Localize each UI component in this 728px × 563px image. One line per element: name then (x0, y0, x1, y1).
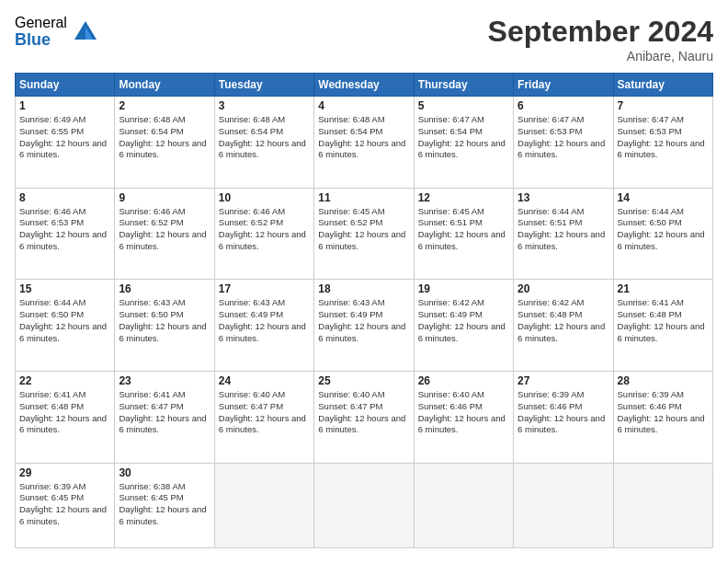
day-info: Sunrise: 6:43 AM Sunset: 6:49 PM Dayligh… (219, 297, 310, 344)
day-number: 4 (318, 99, 409, 112)
calendar-row: 8 Sunrise: 6:46 AM Sunset: 6:53 PM Dayli… (16, 188, 713, 280)
day-number: 16 (119, 282, 210, 295)
day-info: Sunrise: 6:48 AM Sunset: 6:54 PM Dayligh… (219, 114, 310, 161)
logo-blue: Blue (15, 31, 67, 50)
day-info: Sunrise: 6:47 AM Sunset: 6:53 PM Dayligh… (518, 114, 609, 161)
day-info: Sunrise: 6:43 AM Sunset: 6:49 PM Dayligh… (318, 297, 409, 344)
table-row: 21 Sunrise: 6:41 AM Sunset: 6:48 PM Dayl… (613, 280, 712, 372)
day-info: Sunrise: 6:38 AM Sunset: 6:45 PM Dayligh… (119, 481, 210, 528)
day-info: Sunrise: 6:40 AM Sunset: 6:47 PM Dayligh… (318, 389, 409, 436)
table-row: 7 Sunrise: 6:47 AM Sunset: 6:53 PM Dayli… (613, 97, 712, 189)
day-info: Sunrise: 6:39 AM Sunset: 6:46 PM Dayligh… (618, 389, 709, 436)
day-number: 15 (19, 282, 110, 295)
day-info: Sunrise: 6:47 AM Sunset: 6:53 PM Dayligh… (618, 114, 709, 161)
table-row: 16 Sunrise: 6:43 AM Sunset: 6:50 PM Dayl… (115, 280, 214, 372)
day-info: Sunrise: 6:42 AM Sunset: 6:48 PM Dayligh… (518, 297, 609, 344)
logo-text: GeneralBlue (15, 15, 67, 49)
day-info: Sunrise: 6:41 AM Sunset: 6:47 PM Dayligh… (119, 389, 210, 436)
table-row: 23 Sunrise: 6:41 AM Sunset: 6:47 PM Dayl… (115, 371, 214, 463)
day-number: 6 (518, 99, 609, 112)
day-number: 14 (618, 191, 709, 204)
day-info: Sunrise: 6:39 AM Sunset: 6:45 PM Dayligh… (19, 481, 110, 528)
page: GeneralBlue September 2024 Anibare, Naur… (0, 0, 728, 563)
day-info: Sunrise: 6:45 AM Sunset: 6:52 PM Dayligh… (318, 206, 409, 253)
logo-general: General (15, 15, 67, 31)
day-number: 11 (318, 191, 409, 204)
col-wednesday: Wednesday (314, 74, 414, 97)
table-row: 5 Sunrise: 6:47 AM Sunset: 6:54 PM Dayli… (414, 97, 513, 189)
table-row: 26 Sunrise: 6:40 AM Sunset: 6:46 PM Dayl… (414, 371, 513, 463)
logo: GeneralBlue (15, 15, 98, 49)
month-title: September 2024 (488, 15, 713, 49)
day-number: 26 (418, 374, 509, 387)
day-number: 12 (418, 191, 509, 204)
day-number: 23 (119, 374, 210, 387)
day-info: Sunrise: 6:43 AM Sunset: 6:50 PM Dayligh… (119, 297, 210, 344)
table-row: 9 Sunrise: 6:46 AM Sunset: 6:52 PM Dayli… (115, 188, 214, 280)
day-number: 10 (219, 191, 310, 204)
table-row: 24 Sunrise: 6:40 AM Sunset: 6:47 PM Dayl… (214, 371, 313, 463)
day-info: Sunrise: 6:49 AM Sunset: 6:55 PM Dayligh… (19, 114, 110, 161)
day-number: 25 (318, 374, 409, 387)
calendar-row: 29 Sunrise: 6:39 AM Sunset: 6:45 PM Dayl… (16, 463, 713, 548)
calendar-row: 1 Sunrise: 6:49 AM Sunset: 6:55 PM Dayli… (16, 97, 713, 189)
table-row: 20 Sunrise: 6:42 AM Sunset: 6:48 PM Dayl… (514, 280, 613, 372)
table-row: 27 Sunrise: 6:39 AM Sunset: 6:46 PM Dayl… (514, 371, 613, 463)
table-row (414, 463, 513, 548)
col-sunday: Sunday (16, 74, 115, 97)
day-info: Sunrise: 6:44 AM Sunset: 6:50 PM Dayligh… (19, 297, 110, 344)
day-info: Sunrise: 6:39 AM Sunset: 6:46 PM Dayligh… (518, 389, 609, 436)
col-friday: Friday (514, 74, 613, 97)
table-row (314, 463, 414, 548)
day-number: 1 (19, 99, 110, 112)
table-row: 25 Sunrise: 6:40 AM Sunset: 6:47 PM Dayl… (314, 371, 414, 463)
location: Anibare, Nauru (488, 49, 713, 63)
day-info: Sunrise: 6:44 AM Sunset: 6:51 PM Dayligh… (518, 206, 609, 253)
day-number: 13 (518, 191, 609, 204)
col-saturday: Saturday (613, 74, 712, 97)
calendar: Sunday Monday Tuesday Wednesday Thursday… (15, 73, 713, 548)
day-number: 27 (518, 374, 609, 387)
day-info: Sunrise: 6:40 AM Sunset: 6:47 PM Dayligh… (219, 389, 310, 436)
day-number: 8 (19, 191, 110, 204)
table-row: 30 Sunrise: 6:38 AM Sunset: 6:45 PM Dayl… (115, 463, 214, 548)
table-row (514, 463, 613, 548)
day-number: 24 (219, 374, 310, 387)
table-row: 14 Sunrise: 6:44 AM Sunset: 6:50 PM Dayl… (613, 188, 712, 280)
day-info: Sunrise: 6:46 AM Sunset: 6:52 PM Dayligh… (219, 206, 310, 253)
day-number: 28 (618, 374, 709, 387)
title-block: September 2024 Anibare, Nauru (488, 15, 713, 63)
day-number: 17 (219, 282, 310, 295)
day-info: Sunrise: 6:44 AM Sunset: 6:50 PM Dayligh… (618, 206, 709, 253)
day-info: Sunrise: 6:48 AM Sunset: 6:54 PM Dayligh… (119, 114, 210, 161)
calendar-row: 15 Sunrise: 6:44 AM Sunset: 6:50 PM Dayl… (16, 280, 713, 372)
day-number: 22 (19, 374, 110, 387)
day-info: Sunrise: 6:48 AM Sunset: 6:54 PM Dayligh… (318, 114, 409, 161)
table-row: 2 Sunrise: 6:48 AM Sunset: 6:54 PM Dayli… (115, 97, 214, 189)
day-number: 19 (418, 282, 509, 295)
day-number: 30 (119, 466, 210, 479)
day-number: 9 (119, 191, 210, 204)
table-row: 19 Sunrise: 6:42 AM Sunset: 6:49 PM Dayl… (414, 280, 513, 372)
calendar-row: 22 Sunrise: 6:41 AM Sunset: 6:48 PM Dayl… (16, 371, 713, 463)
calendar-header-row: Sunday Monday Tuesday Wednesday Thursday… (16, 74, 713, 97)
col-monday: Monday (115, 74, 214, 97)
table-row: 10 Sunrise: 6:46 AM Sunset: 6:52 PM Dayl… (214, 188, 313, 280)
table-row: 22 Sunrise: 6:41 AM Sunset: 6:48 PM Dayl… (16, 371, 115, 463)
table-row: 3 Sunrise: 6:48 AM Sunset: 6:54 PM Dayli… (214, 97, 313, 189)
day-info: Sunrise: 6:41 AM Sunset: 6:48 PM Dayligh… (618, 297, 709, 344)
day-info: Sunrise: 6:41 AM Sunset: 6:48 PM Dayligh… (19, 389, 110, 436)
table-row: 6 Sunrise: 6:47 AM Sunset: 6:53 PM Dayli… (514, 97, 613, 189)
day-number: 29 (19, 466, 110, 479)
day-number: 2 (119, 99, 210, 112)
table-row (613, 463, 712, 548)
table-row: 4 Sunrise: 6:48 AM Sunset: 6:54 PM Dayli… (314, 97, 414, 189)
day-info: Sunrise: 6:46 AM Sunset: 6:53 PM Dayligh… (19, 206, 110, 253)
day-number: 21 (618, 282, 709, 295)
day-info: Sunrise: 6:42 AM Sunset: 6:49 PM Dayligh… (418, 297, 509, 344)
table-row: 15 Sunrise: 6:44 AM Sunset: 6:50 PM Dayl… (16, 280, 115, 372)
table-row: 18 Sunrise: 6:43 AM Sunset: 6:49 PM Dayl… (314, 280, 414, 372)
table-row: 29 Sunrise: 6:39 AM Sunset: 6:45 PM Dayl… (16, 463, 115, 548)
day-number: 5 (418, 99, 509, 112)
day-info: Sunrise: 6:46 AM Sunset: 6:52 PM Dayligh… (119, 206, 210, 253)
